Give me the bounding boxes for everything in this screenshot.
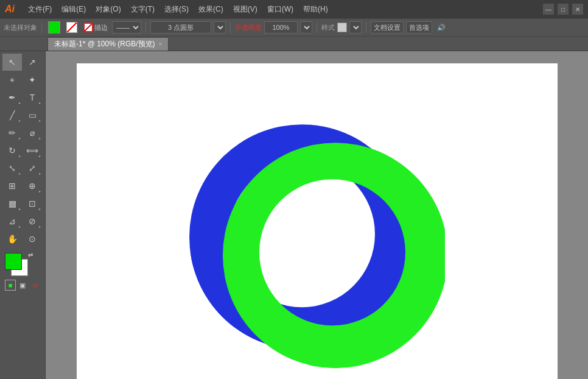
menu-effect[interactable]: 效果(C)	[195, 3, 227, 16]
brush-tool[interactable]: ⌀ ▸	[23, 124, 42, 141]
green-ring	[223, 143, 445, 368]
preferences-button[interactable]: 首选项	[406, 21, 432, 34]
app-logo: Ai	[5, 4, 15, 15]
brush-size-input[interactable]	[150, 21, 211, 34]
menu-view[interactable]: 视图(V)	[229, 3, 261, 16]
pencil-tool[interactable]: ✏ ▸	[2, 124, 22, 141]
menu-text[interactable]: 文字(T)	[127, 3, 158, 16]
artboard	[77, 63, 558, 379]
main-layout: ↖ ↗ ⌖ ✦ ✒ ▸ T ▸	[0, 51, 588, 379]
menu-edit[interactable]: 编辑(E)	[58, 3, 89, 16]
shape-builder-tool[interactable]: ⊕ ▸	[23, 177, 42, 194]
tool-row-8: ⊞ ⊕ ▸	[2, 177, 43, 194]
artboard-icon: ⊡	[29, 199, 36, 208]
window-minimize[interactable]: —	[543, 4, 554, 15]
swap-colors-icon[interactable]: ⇄	[28, 252, 33, 258]
line-tool[interactable]: ╱ ▸	[2, 107, 22, 124]
rect-icon: ▭	[29, 110, 37, 120]
eyedropper-icon: ⊘	[29, 216, 36, 226]
tool-row-6: ↻ ▸ ⟺ ▸	[2, 142, 43, 159]
toolbar: 未选择对象 描边 —— 不透明度 样式 文档设置 首选项 🔊	[0, 18, 588, 37]
fill-swatch[interactable]	[48, 21, 60, 34]
tool-row-7: ⤡ ▸ ⤢ ▸	[2, 160, 43, 177]
slice-tool[interactable]: ⊿ ▸	[2, 213, 22, 230]
tool-row-5: ✏ ▸ ⌀ ▸	[2, 124, 43, 141]
pencil-icon: ✏	[9, 128, 16, 138]
tool-row-1: ↖ ↗	[2, 54, 43, 71]
magic-wand-icon: ✦	[29, 75, 36, 85]
tool-row-9: ▦ ▸ ⊡ ▸	[2, 195, 43, 212]
stroke-swatch[interactable]	[66, 22, 77, 33]
menu-help[interactable]: 帮助(H)	[299, 3, 332, 16]
text-icon: T	[30, 93, 35, 102]
rect-tool[interactable]: ▭ ▸	[23, 107, 42, 124]
artwork	[189, 109, 445, 377]
menu-window[interactable]: 窗口(W)	[264, 3, 297, 16]
style-swatch[interactable]	[337, 23, 347, 32]
lasso-tool[interactable]: ⌖	[2, 71, 22, 88]
free-transform-tool[interactable]: ⊞	[2, 177, 22, 194]
warp-tool[interactable]: ⤢ ▸	[23, 160, 42, 177]
window-close[interactable]: ✕	[572, 4, 583, 15]
direct-select-icon: ↗	[29, 57, 36, 67]
pen-icon: ✒	[9, 93, 16, 102]
eyedropper-tool[interactable]: ⊘ ▸	[23, 213, 42, 230]
tabbar: 未标题-1* @ 100% (RGB/预览) ×	[0, 37, 588, 51]
fill-swatch-area[interactable]	[46, 21, 62, 34]
scale-tool[interactable]: ⤡ ▸	[2, 160, 22, 177]
style-dropdown[interactable]	[349, 21, 362, 34]
tab-title: 未标题-1* @ 100% (RGB/预览)	[54, 39, 155, 49]
style-label: 样式	[321, 23, 335, 32]
opacity-input[interactable]	[264, 21, 298, 34]
line-icon: ╱	[10, 110, 15, 120]
graph-icon: ▦	[9, 199, 16, 208]
toolbar-separator-4	[317, 22, 317, 33]
select-tool[interactable]: ↖	[2, 54, 22, 71]
foreground-swatch[interactable]	[5, 253, 22, 270]
opacity-dropdown[interactable]	[300, 21, 312, 34]
none-mode-icon[interactable]: ⊘	[29, 280, 40, 291]
tool-row-4: ╱ ▸ ▭ ▸	[2, 107, 43, 124]
no-selection-label: 未选择对象	[4, 23, 37, 32]
text-tool[interactable]: T ▸	[23, 89, 42, 106]
lasso-icon: ⌖	[10, 75, 15, 85]
hand-icon: ✋	[7, 234, 18, 244]
artboard-tool[interactable]: ⊡ ▸	[23, 195, 42, 212]
toolbar-separator-5	[366, 22, 366, 33]
opacity-label: 不透明度	[235, 23, 262, 32]
tool-row-10: ⊿ ▸ ⊘ ▸	[2, 213, 43, 230]
stroke-dropdown[interactable]: ——	[112, 21, 141, 34]
stroke-label-area: 描边	[82, 22, 110, 33]
stroke-label: 描边	[94, 23, 108, 32]
menu-file[interactable]: 文件(F)	[24, 3, 55, 16]
color-mode-icon[interactable]: ■	[5, 280, 16, 291]
tool-row-3: ✒ ▸ T ▸	[2, 89, 43, 106]
menu-object[interactable]: 对象(O)	[92, 3, 124, 16]
canvas-area	[46, 51, 588, 379]
toolbar-separator-3	[230, 22, 231, 33]
menu-bar: 文件(F) 编辑(E) 对象(O) 文字(T) 选择(S) 效果(C) 视图(V…	[24, 3, 332, 16]
slice-icon: ⊿	[9, 216, 16, 226]
stroke-area	[65, 21, 79, 34]
gradient-mode-icon[interactable]: ▣	[17, 280, 28, 291]
doc-settings-button[interactable]: 文档设置	[371, 21, 404, 34]
rotate-tool[interactable]: ↻ ▸	[2, 142, 22, 159]
tab-close-button[interactable]: ×	[159, 41, 163, 48]
hand-tool[interactable]: ✋	[2, 230, 22, 247]
mirror-icon: ⟺	[26, 146, 38, 155]
tool-row-11: ✋ ⊙	[2, 230, 43, 247]
scale-icon: ⤡	[9, 163, 16, 173]
window-maximize[interactable]: □	[558, 4, 569, 15]
document-tab[interactable]: 未标题-1* @ 100% (RGB/预览) ×	[47, 37, 169, 51]
mirror-tool[interactable]: ⟺ ▸	[23, 142, 42, 159]
pen-tool[interactable]: ✒ ▸	[2, 89, 22, 106]
color-mode-icons: ■ ▣ ⊘	[5, 280, 40, 291]
graph-tool[interactable]: ▦ ▸	[2, 195, 22, 212]
direct-select-tool[interactable]: ↗	[23, 54, 42, 71]
menu-select[interactable]: 选择(S)	[161, 3, 192, 16]
zoom-tool[interactable]: ⊙	[23, 230, 42, 247]
brush-size-dropdown[interactable]	[214, 21, 226, 34]
warp-icon: ⤢	[29, 163, 36, 173]
magic-wand-tool[interactable]: ✦	[23, 71, 42, 88]
toolbar-separator-2	[145, 22, 146, 33]
